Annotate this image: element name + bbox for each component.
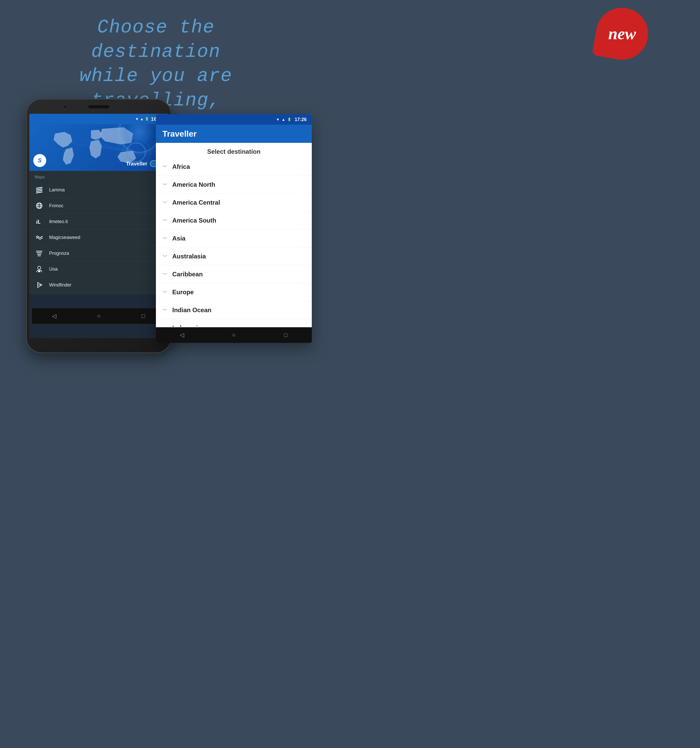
menu-section: Maps Lamma (29, 171, 168, 294)
svg-line-7 (36, 189, 43, 190)
chevron-down-icon: ﹀ (163, 163, 167, 170)
right-recent-button[interactable]: □ (281, 330, 291, 340)
header-line1: Choose the destination (52, 15, 260, 64)
chevron-down-icon: ﹀ (163, 217, 167, 224)
chevron-down-icon: ﹀ (163, 199, 167, 206)
maps-section-label: Maps (35, 175, 163, 179)
svg-text:iL: iL (36, 219, 41, 225)
recent-button[interactable]: □ (138, 311, 148, 321)
indian-ocean-label: Indian Ocean (172, 307, 212, 314)
prognoza-icon (35, 249, 44, 258)
back-button[interactable]: ◁ (49, 311, 59, 321)
list-item[interactable]: Fnmoc (35, 198, 163, 214)
svg-line-9 (36, 192, 43, 193)
right-signal-icon: ▲ (282, 117, 285, 122)
asia-label: Asia (172, 235, 186, 242)
list-item[interactable]: Uoa (35, 261, 163, 277)
right-panel-title: Traveller (163, 129, 197, 139)
left-bottom-nav: ◁ ○ □ (32, 308, 166, 324)
windfinder-icon (35, 280, 44, 290)
chevron-down-icon: ﹀ (163, 235, 167, 242)
right-app-header: Traveller (156, 125, 312, 143)
dest-europe[interactable]: ﹀ Europe (156, 283, 312, 301)
windfinder-label: Windfinder (49, 282, 72, 288)
right-clock: 17:26 (295, 117, 307, 122)
america-south-label: America South (172, 217, 216, 224)
list-item[interactable]: Windfinder (35, 277, 163, 293)
list-item[interactable]: Prognoza (35, 245, 163, 261)
right-home-button[interactable]: ○ (229, 330, 239, 340)
europe-label: Europe (172, 289, 194, 296)
dest-asia[interactable]: ﹀ Asia (156, 230, 312, 248)
wifi-icon: ▼ (135, 117, 139, 121)
chevron-down-icon: ﹀ (163, 181, 167, 188)
ilmeteo-label: ilmeteo.it (49, 219, 68, 224)
list-item[interactable]: Lamma (35, 182, 163, 198)
uoa-label: Uoa (49, 266, 58, 272)
list-item[interactable]: Magicseaweed (35, 230, 163, 245)
dest-indonesia[interactable]: ﹀ Indonesia (156, 319, 312, 327)
ilmeteo-icon: iL (35, 217, 44, 226)
app-map-header: S ⋮ Traveller (29, 124, 168, 171)
australasia-label: Australasia (172, 253, 206, 260)
fnmoc-label: Fnmoc (49, 203, 63, 208)
magicseaweed-label: Magicseaweed (49, 235, 80, 240)
africa-label: Africa (172, 163, 190, 170)
home-button[interactable]: ○ (94, 311, 104, 321)
destination-list: ﹀ Africa ﹀ America North ﹀ America Centr… (156, 158, 312, 327)
new-badge: new (592, 4, 652, 64)
chevron-down-icon: ﹀ (163, 271, 167, 278)
battery-icon: 🔋 (145, 117, 149, 121)
america-north-label: America North (172, 181, 215, 188)
traveller-label: Traveller (126, 161, 147, 167)
left-phone: ▼ ▲ 🔋 16:48 (26, 99, 172, 353)
chevron-down-icon: ﹀ (163, 325, 167, 327)
prognoza-label: Prognoza (49, 251, 69, 256)
svg-line-6 (36, 187, 43, 188)
right-status-bar: ▼ ▲ 🔋 17:26 (156, 114, 312, 125)
right-wifi-icon: ▼ (276, 117, 280, 122)
right-panel: ▼ ▲ 🔋 17:26 Traveller Select destination… (156, 114, 312, 343)
caribbean-label: Caribbean (172, 271, 203, 278)
signal-icon: ▲ (140, 117, 144, 121)
svg-point-18 (38, 266, 41, 269)
lamma-label: Lamma (49, 187, 65, 193)
dest-america-central[interactable]: ﹀ America Central (156, 194, 312, 212)
uoa-icon (35, 265, 44, 274)
dest-indian-ocean[interactable]: ﹀ Indian Ocean (156, 301, 312, 319)
dest-australasia[interactable]: ﹀ Australasia (156, 248, 312, 265)
lamma-icon (35, 185, 44, 195)
dest-america-north[interactable]: ﹀ America North (156, 176, 312, 194)
magicseaweed-icon (35, 233, 44, 242)
svg-line-8 (36, 190, 43, 192)
right-bottom-nav: ◁ ○ □ (156, 327, 312, 343)
dest-caribbean[interactable]: ﹀ Caribbean (156, 265, 312, 283)
left-status-bar: ▼ ▲ 🔋 16:48 (29, 114, 168, 124)
right-battery-icon: 🔋 (288, 118, 291, 121)
chevron-down-icon: ﹀ (163, 253, 167, 260)
select-destination-label: Select destination (156, 143, 312, 158)
america-central-label: America Central (172, 199, 220, 206)
indonesia-label: Indonesia (172, 324, 201, 327)
dest-africa[interactable]: ﹀ Africa (156, 158, 312, 176)
fnmoc-icon (35, 201, 44, 210)
chevron-down-icon: ﹀ (163, 289, 167, 296)
left-phone-screen: ▼ ▲ 🔋 16:48 (29, 114, 168, 338)
surfdroid-logo: S (33, 154, 46, 167)
new-badge-label: new (608, 24, 636, 43)
right-back-button[interactable]: ◁ (177, 330, 187, 340)
list-item[interactable]: iL ilmeteo.it (35, 214, 163, 230)
svg-rect-19 (38, 271, 40, 272)
dest-america-south[interactable]: ﹀ America South (156, 212, 312, 230)
chevron-down-icon: ﹀ (163, 307, 167, 314)
